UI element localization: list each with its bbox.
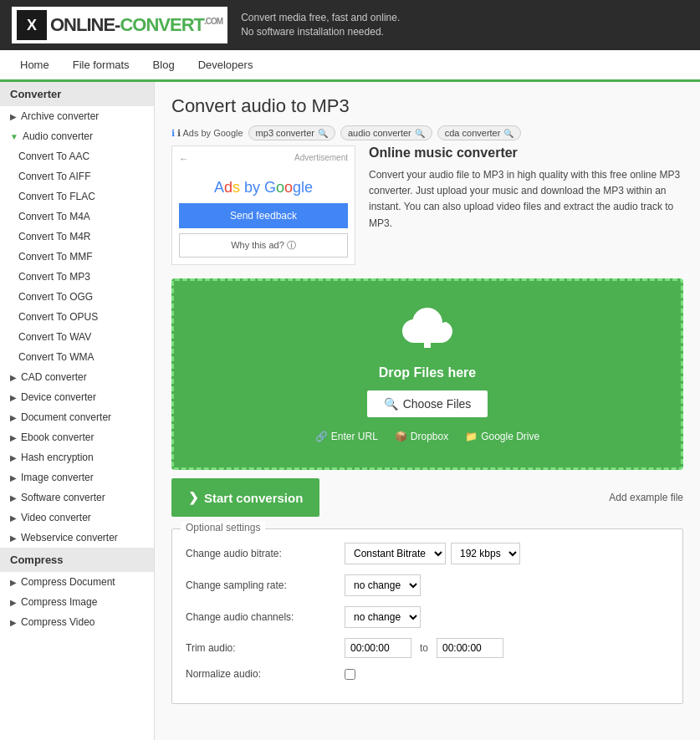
to-label: to — [420, 642, 428, 654]
normalize-label: Normalize audio: — [186, 668, 345, 680]
sidebar-item-device-converter[interactable]: ▶ Device converter — [0, 387, 154, 407]
search-icon: 🔍 — [503, 129, 514, 138]
sidebar-subitem-mmf[interactable]: Convert To MMF — [0, 247, 154, 267]
converter-section-title: Converter — [0, 82, 154, 106]
arrow-icon: ▶ — [10, 112, 17, 121]
nav-blog[interactable]: Blog — [141, 50, 186, 79]
upload-links: 🔗 Enter URL 📦 Dropbox 📁 Google Drive — [191, 431, 664, 442]
description-text: Convert your audio file to MP3 in high q… — [369, 167, 683, 232]
setting-row-channels: Change audio channels: no change Mono St… — [186, 606, 669, 628]
sampling-label: Change sampling rate: — [186, 579, 345, 591]
choose-files-button[interactable]: 🔍 Choose Files — [367, 390, 488, 417]
header: X ONLINE-CONVERT.COM Convert media free,… — [0, 0, 700, 50]
google-drive-icon: 📁 — [465, 431, 478, 442]
sidebar-item-video-converter[interactable]: ▶ Video converter — [0, 508, 154, 528]
sidebar-item-hash-encryption[interactable]: ▶ Hash encryption — [0, 447, 154, 467]
sidebar-item-compress-document[interactable]: ▶ Compress Document — [0, 572, 154, 592]
channels-label: Change audio channels: — [186, 611, 345, 623]
nav-file-formats[interactable]: File formats — [61, 50, 141, 79]
sidebar-item-document-converter[interactable]: ▶ Document converter — [0, 407, 154, 427]
upload-zone[interactable]: Drop Files here 🔍 Choose Files 🔗 Enter U… — [171, 278, 683, 470]
sidebar-item-webservice-converter[interactable]: ▶ Webservice converter — [0, 528, 154, 548]
channels-select[interactable]: no change Mono Stereo — [345, 606, 421, 628]
sidebar-item-cad-converter[interactable]: ▶ CAD converter — [0, 367, 154, 387]
sidebar-subitem-m4a[interactable]: Convert To M4A — [0, 207, 154, 227]
sidebar-item-compress-image[interactable]: ▶ Compress Image — [0, 592, 154, 612]
arrow-icon: ▼ — [10, 132, 18, 141]
sidebar-subitem-aiff[interactable]: Convert To AIFF — [0, 166, 154, 186]
sampling-controls: no change 44100 Hz 48000 Hz — [345, 574, 421, 596]
sidebar-item-ebook-converter[interactable]: ▶ Ebook converter — [0, 427, 154, 447]
search-icon: 🔍 — [318, 129, 328, 138]
sidebar-item-software-converter[interactable]: ▶ Software converter — [0, 487, 154, 508]
why-this-ad-button[interactable]: Why this ad? ⓘ — [179, 233, 348, 258]
bitrate-value-select[interactable]: 128 kbps 192 kbps 256 kbps 320 kbps — [451, 543, 520, 564]
send-feedback-button[interactable]: Send feedback — [179, 203, 348, 228]
dropbox-link[interactable]: 📦 Dropbox — [395, 431, 448, 442]
sidebar-subitem-wav[interactable]: Convert To WAV — [0, 327, 154, 347]
bitrate-type-select[interactable]: Constant Bitrate Variable Bitrate — [345, 543, 446, 564]
setting-row-bitrate: Change audio bitrate: Constant Bitrate V… — [186, 543, 669, 564]
sidebar-subitem-wma[interactable]: Convert To WMA — [0, 347, 154, 367]
drop-files-text: Drop Files here — [191, 365, 664, 380]
normalize-checkbox[interactable] — [345, 669, 355, 680]
main-content: Convert audio to MP3 ℹ ℹ Ads by Google m… — [155, 82, 700, 740]
sidebar-subitem-m4r[interactable]: Convert To M4R — [0, 227, 154, 247]
chevron-right-icon: ❯ — [188, 490, 199, 505]
tag-cda-converter[interactable]: cda converter 🔍 — [437, 125, 522, 140]
arrow-icon: ▶ — [10, 533, 17, 543]
tag-mp3-converter[interactable]: mp3 converter 🔍 — [248, 125, 335, 140]
trim-end-input[interactable] — [437, 638, 503, 658]
layout: Converter ▶ Archive converter ▼ Audio co… — [0, 82, 700, 740]
add-example-link[interactable]: Add example file — [609, 492, 683, 503]
trim-start-input[interactable] — [345, 638, 411, 658]
arrow-icon: ▶ — [10, 513, 17, 523]
arrow-icon: ▶ — [10, 433, 17, 442]
arrow-icon: ▶ — [10, 373, 17, 382]
arrow-icon: ▶ — [10, 493, 17, 503]
logo[interactable]: X ONLINE-CONVERT.COM — [12, 7, 227, 43]
setting-row-sampling: Change sampling rate: no change 44100 Hz… — [186, 574, 669, 596]
sidebar: Converter ▶ Archive converter ▼ Audio co… — [0, 82, 155, 740]
sidebar-subitem-opus[interactable]: Convert To OPUS — [0, 307, 154, 327]
sidebar-item-archive-converter[interactable]: ▶ Archive converter — [0, 106, 154, 126]
enter-url-link[interactable]: 🔗 Enter URL — [315, 431, 378, 442]
arrow-icon: ▶ — [10, 578, 17, 587]
ads-by-google-label: ℹ ℹ Ads by Google — [171, 128, 243, 139]
tag-bar: ℹ ℹ Ads by Google mp3 converter 🔍 audio … — [171, 125, 683, 140]
trim-label: Trim audio: — [186, 642, 345, 654]
tag-audio-converter[interactable]: audio converter 🔍 — [340, 125, 432, 140]
sidebar-item-compress-video[interactable]: ▶ Compress Video — [0, 612, 154, 632]
arrow-icon: ▶ — [10, 473, 17, 482]
ad-desc-row: Advertisement ← Ads by Google Send feedb… — [171, 145, 683, 265]
ads-google-logo: Ads by Google — [179, 166, 348, 203]
setting-row-normalize: Normalize audio: — [186, 668, 669, 680]
google-drive-link[interactable]: 📁 Google Drive — [465, 431, 539, 442]
sidebar-subitem-mp3[interactable]: Convert To MP3 — [0, 267, 154, 287]
normalize-controls — [345, 669, 355, 680]
nav-developers[interactable]: Developers — [186, 50, 265, 79]
nav: Home File formats Blog Developers — [0, 50, 700, 82]
optional-settings-legend: Optional settings — [181, 522, 265, 533]
trim-controls: to — [345, 638, 503, 658]
nav-home[interactable]: Home — [8, 50, 61, 79]
channels-controls: no change Mono Stereo — [345, 606, 421, 628]
sidebar-item-audio-converter[interactable]: ▼ Audio converter — [0, 126, 154, 146]
arrow-icon: ▶ — [10, 618, 17, 627]
bitrate-label: Change audio bitrate: — [186, 548, 345, 559]
sidebar-subitem-aac[interactable]: Convert To AAC — [0, 146, 154, 166]
logo-icon: X — [17, 10, 47, 40]
sidebar-subitem-ogg[interactable]: Convert To OGG — [0, 287, 154, 307]
advertisement-label: Advertisement — [179, 153, 348, 162]
arrow-icon: ▶ — [10, 393, 17, 402]
ad-box: Advertisement ← Ads by Google Send feedb… — [171, 145, 355, 265]
description-title: Online music converter — [369, 145, 683, 161]
start-conversion-button[interactable]: ❯ Start conversion — [171, 478, 319, 517]
sidebar-item-image-converter[interactable]: ▶ Image converter — [0, 467, 154, 487]
sidebar-subitem-flac[interactable]: Convert To FLAC — [0, 186, 154, 207]
dropbox-icon: 📦 — [395, 431, 407, 442]
optional-settings: Optional settings Change audio bitrate: … — [171, 528, 683, 704]
sampling-select[interactable]: no change 44100 Hz 48000 Hz — [345, 574, 421, 596]
logo-text: ONLINE-CONVERT.COM — [50, 14, 222, 36]
compress-section-title: Compress — [0, 548, 154, 572]
